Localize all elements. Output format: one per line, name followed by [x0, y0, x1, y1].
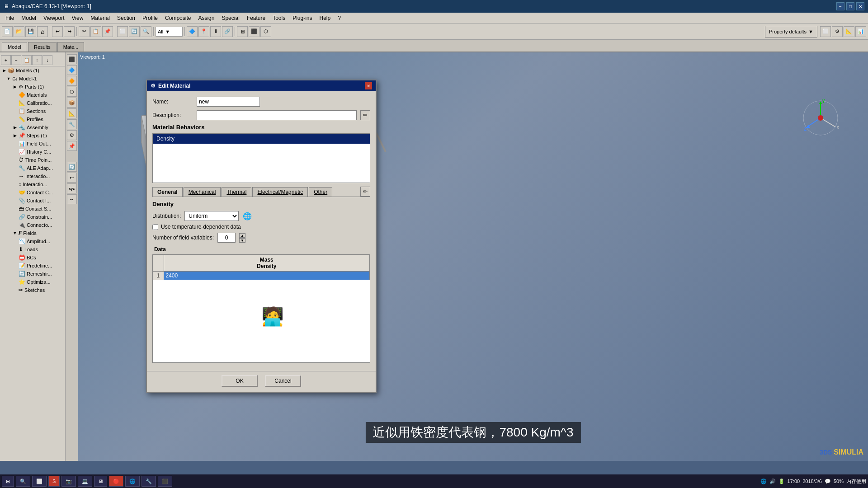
- sidebar-item-loads[interactable]: ⬇ Loads: [0, 245, 65, 253]
- center-icon-12[interactable]: ↔: [67, 194, 77, 204]
- behavior-density[interactable]: Density: [153, 134, 370, 144]
- menu-material[interactable]: Material: [87, 13, 113, 23]
- tool4[interactable]: 📊: [855, 26, 866, 37]
- sidebar-item-fields[interactable]: ▼ F Fields: [0, 229, 65, 237]
- menu-view[interactable]: View: [68, 13, 87, 23]
- menu-help[interactable]: Help: [316, 13, 335, 23]
- sidebar-item-materials[interactable]: 🔶 Materials: [0, 91, 65, 99]
- sidebar-item-assembly[interactable]: ▶ 🔩 Assembly: [0, 123, 65, 131]
- tab-general[interactable]: General: [152, 187, 183, 197]
- wire-btn[interactable]: ⬡: [260, 26, 271, 37]
- center-icon-8[interactable]: ⚙: [67, 130, 77, 140]
- sidebar-item-remesh[interactable]: 🔄 Remeshir...: [0, 270, 65, 278]
- desc-input[interactable]: [197, 110, 357, 120]
- view3d-btn[interactable]: ⬜: [117, 26, 128, 37]
- select-dropdown[interactable]: All ▼: [156, 27, 183, 37]
- sidebar-item-steps[interactable]: ▶ 📌 Steps (1): [0, 131, 65, 140]
- center-icon-6[interactable]: 📐: [67, 108, 77, 118]
- app-camera[interactable]: 📷: [61, 476, 76, 487]
- temp-checkbox[interactable]: [152, 224, 158, 230]
- paste-btn[interactable]: 📌: [102, 26, 113, 37]
- sidebar-item-interact2[interactable]: ↕ Interactio...: [0, 180, 65, 188]
- sidebar-item-parts[interactable]: ▶ ⚙ Parts (1): [0, 83, 65, 91]
- center-icon-2[interactable]: 🔷: [67, 65, 77, 75]
- menu-feature[interactable]: Feature: [243, 13, 269, 23]
- sidebar-item-calibration[interactable]: 📐 Calibratio...: [0, 99, 65, 107]
- render-btn[interactable]: ⬛: [249, 26, 259, 37]
- dialog-close-btn[interactable]: ✕: [365, 82, 372, 89]
- cut-btn[interactable]: ✂: [79, 26, 90, 37]
- table-row-1[interactable]: 1 2400: [153, 272, 370, 280]
- search-btn[interactable]: 🔍: [16, 476, 30, 487]
- sidebar-item-contact1[interactable]: 🤝 Contact C...: [0, 188, 65, 197]
- tab-other[interactable]: Other: [309, 187, 332, 197]
- sidebar-item-timepoints[interactable]: ⏱ Time Poin...: [0, 156, 65, 164]
- sidebar-item-sketches[interactable]: ✏ Sketches: [0, 286, 65, 294]
- display-btn[interactable]: 🖥: [237, 26, 248, 37]
- data-table[interactable]: MassDensity 1 2400: [152, 254, 370, 363]
- sidebar-item-connector[interactable]: 🔌 Connecto...: [0, 221, 65, 229]
- center-icon-xyz[interactable]: xyz: [67, 183, 77, 193]
- sidebar-item-sections[interactable]: 📋 Sections: [0, 107, 65, 115]
- menu-assign[interactable]: Assign: [194, 13, 218, 23]
- minimize-btn[interactable]: −: [836, 2, 844, 10]
- sidebar-item-bcs[interactable]: 📛 BCs: [0, 253, 65, 262]
- load-btn[interactable]: ⬇: [210, 26, 221, 37]
- menu-composite[interactable]: Composite: [161, 13, 194, 23]
- taskview-btn[interactable]: ⬜: [32, 476, 47, 487]
- start-btn[interactable]: ⊞: [2, 476, 14, 487]
- center-icon-3[interactable]: 🔶: [67, 76, 77, 86]
- sidebar-item-models[interactable]: ▶ 📦 Models (1): [0, 66, 65, 75]
- zoom-btn[interactable]: 🔍: [141, 26, 151, 37]
- save-btn[interactable]: 💾: [25, 26, 36, 37]
- field-vars-down[interactable]: ▼: [239, 238, 245, 243]
- tab-mate[interactable]: Mate...: [57, 42, 85, 52]
- property-defaults-btn[interactable]: Property defaults ▼: [765, 26, 817, 38]
- menu-profile[interactable]: Profile: [139, 13, 161, 23]
- cell-mass-density-1[interactable]: 2400: [164, 272, 370, 280]
- sidebar-item-profiles[interactable]: 📏 Profiles: [0, 115, 65, 123]
- field-vars-up[interactable]: ▲: [239, 233, 245, 238]
- name-input[interactable]: [197, 97, 260, 107]
- field-vars-input[interactable]: [217, 233, 236, 243]
- behaviors-list[interactable]: Density: [152, 133, 370, 183]
- sidebar-item-fieldout[interactable]: 📊 Field Out...: [0, 140, 65, 148]
- center-icon-10[interactable]: 🔄: [67, 162, 77, 172]
- open-btn[interactable]: 📂: [14, 26, 24, 37]
- sidebar-btn-up[interactable]: ↑: [32, 55, 42, 65]
- distribution-edit-btn[interactable]: 🌐: [242, 211, 252, 221]
- distribution-select[interactable]: Uniform Analytical field From discrete f…: [184, 211, 239, 221]
- print-btn[interactable]: 🖨: [37, 26, 48, 37]
- maximize-btn[interactable]: □: [846, 2, 854, 10]
- sidebar-item-contact2[interactable]: 📎 Contact I...: [0, 197, 65, 205]
- undo-btn[interactable]: ↩: [52, 26, 63, 37]
- sidebar-btn-down[interactable]: ↓: [42, 55, 52, 65]
- tool2[interactable]: ⚙: [832, 26, 843, 37]
- sidebar-item-predefin[interactable]: 📝 Predefine...: [0, 262, 65, 270]
- app-tool[interactable]: 🔧: [142, 476, 156, 487]
- app-monitor[interactable]: 🖥: [94, 476, 107, 487]
- cancel-button[interactable]: Cancel: [265, 375, 301, 387]
- tab-model[interactable]: Model: [2, 42, 27, 52]
- menu-special[interactable]: Special: [218, 13, 243, 23]
- sidebar-btn-add[interactable]: +: [1, 55, 11, 65]
- sidebar-item-aleadap[interactable]: 🔧 ALE Adap...: [0, 164, 65, 172]
- mesh-btn[interactable]: 🔷: [187, 26, 198, 37]
- new-btn[interactable]: 📄: [2, 26, 13, 37]
- sidebar-item-amplitud[interactable]: 📉 Amplitud...: [0, 237, 65, 245]
- app-pc[interactable]: 💻: [78, 476, 92, 487]
- sidebar-item-interact1[interactable]: ↔ Interactio...: [0, 172, 65, 180]
- sidebar-item-model1[interactable]: ▼ 🗂 Model-1: [0, 75, 65, 83]
- tab-edit-btn[interactable]: ✏: [360, 187, 370, 197]
- center-icon-11[interactable]: ↩: [67, 173, 77, 183]
- sidebar-item-contacts[interactable]: 🗃 Contact S...: [0, 205, 65, 213]
- center-icon-7[interactable]: 🔧: [67, 119, 77, 129]
- tab-mechanical[interactable]: Mechanical: [184, 187, 221, 197]
- tab-electrical[interactable]: Electrical/Magnetic: [252, 187, 308, 197]
- desc-edit-btn[interactable]: ✏: [360, 110, 370, 120]
- tab-results[interactable]: Results: [28, 42, 57, 52]
- menu-tools[interactable]: Tools: [269, 13, 289, 23]
- menu-plugins[interactable]: Plug-ins: [289, 13, 316, 23]
- app-s[interactable]: S: [48, 476, 60, 487]
- center-icon-5[interactable]: 📦: [67, 98, 77, 108]
